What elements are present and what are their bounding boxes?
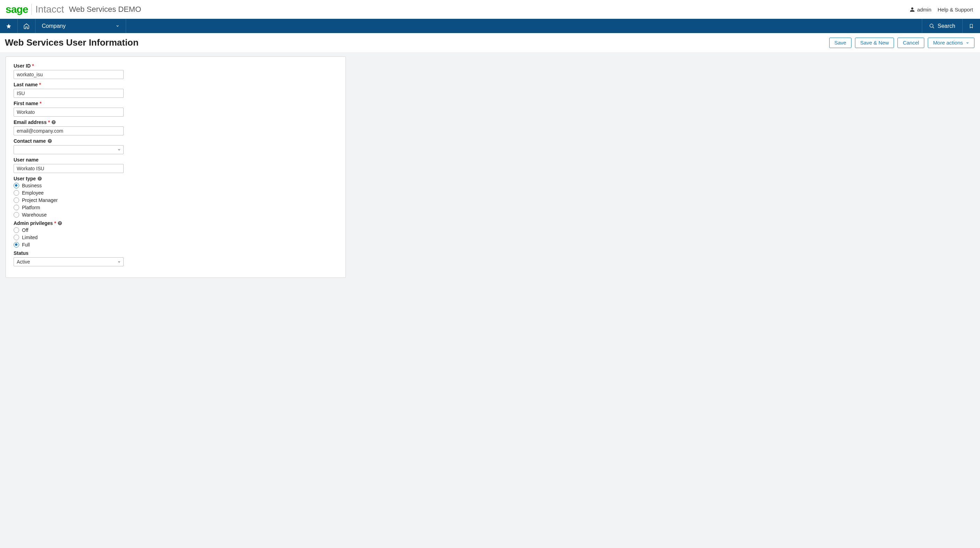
user-type-radio-label: Platform (22, 205, 40, 210)
contact-name-select-wrapper (14, 145, 124, 154)
user-id-label-row: User ID * (14, 63, 338, 68)
user-type-radio-input[interactable] (14, 212, 19, 218)
search-icon (929, 23, 935, 29)
admin-privileges-radio-label: Limited (22, 235, 38, 240)
contact-name-label: Contact name (14, 138, 46, 144)
field-contact-name: Contact name ? (14, 138, 338, 154)
admin-privileges-radio-input[interactable] (14, 235, 19, 240)
page-actions: Save Save & New Cancel More actions (829, 38, 974, 48)
page-title: Web Services User Information (5, 37, 138, 48)
help-icon[interactable]: ? (37, 176, 42, 181)
search-button[interactable]: Search (922, 19, 962, 33)
status-select[interactable]: Active (14, 257, 124, 266)
field-admin-privileges: Admin privileges * ? OffLimitedFull (14, 221, 338, 248)
user-type-radio-label: Employee (22, 190, 43, 196)
first-name-input[interactable] (14, 108, 124, 117)
admin-privileges-radio-input[interactable] (14, 227, 19, 233)
user-type-radio-option[interactable]: Warehouse (14, 212, 338, 218)
user-name-label-row: User name (14, 157, 338, 163)
module-dropdown[interactable]: Company (35, 19, 126, 33)
save-button[interactable]: Save (829, 38, 851, 48)
user-type-radio-label: Business (22, 183, 42, 188)
field-status: Status Active (14, 250, 338, 266)
admin-privileges-radio-option[interactable]: Off (14, 227, 338, 233)
user-type-radio-input[interactable] (14, 183, 19, 188)
user-type-radio-option[interactable]: Project Manager (14, 197, 338, 203)
email-input[interactable] (14, 126, 124, 135)
header-right: admin Help & Support (910, 6, 973, 13)
help-icon[interactable]: ? (47, 138, 52, 143)
field-user-type: User type ? BusinessEmployeeProject Mana… (14, 176, 338, 218)
svg-text:?: ? (59, 222, 61, 225)
user-name-label: User name (14, 157, 39, 163)
required-star: * (32, 63, 34, 68)
user-type-radio-option[interactable]: Employee (14, 190, 338, 196)
first-name-label: First name (14, 101, 38, 106)
user-menu[interactable]: admin (910, 6, 931, 13)
svg-text:?: ? (53, 121, 55, 124)
user-name-label: admin (917, 6, 931, 13)
user-type-radio-option[interactable]: Business (14, 183, 338, 188)
star-icon (6, 23, 11, 29)
chevron-down-icon (966, 41, 969, 44)
field-last-name: Last name * (14, 82, 338, 98)
user-type-radio-input[interactable] (14, 205, 19, 210)
user-type-radio-input[interactable] (14, 197, 19, 203)
admin-privileges-radio-option[interactable]: Full (14, 242, 338, 248)
home-icon (23, 23, 30, 29)
home-button[interactable] (18, 19, 35, 33)
contact-name-select[interactable] (14, 145, 124, 154)
field-email: Email address * ? (14, 119, 338, 135)
search-label: Search (937, 23, 955, 29)
user-type-radio-label: Warehouse (22, 212, 47, 218)
bookmark-icon (969, 23, 974, 29)
chevron-down-icon (116, 24, 119, 28)
required-star: * (54, 221, 56, 226)
admin-privileges-radio-option[interactable]: Limited (14, 235, 338, 240)
more-actions-label: More actions (933, 40, 963, 46)
admin-privileges-radio-input[interactable] (14, 242, 19, 248)
first-name-label-row: First name * (14, 101, 338, 106)
last-name-input[interactable] (14, 89, 124, 98)
admin-privileges-radio-label: Off (22, 227, 28, 233)
user-type-radio-group: BusinessEmployeeProject ManagerPlatformW… (14, 183, 338, 218)
field-first-name: First name * (14, 101, 338, 117)
required-star: * (40, 101, 41, 106)
user-name-input[interactable] (14, 164, 124, 173)
save-new-button[interactable]: Save & New (855, 38, 894, 48)
user-type-radio-option[interactable]: Platform (14, 205, 338, 210)
favorites-button[interactable] (0, 19, 18, 33)
help-icon[interactable]: ? (51, 120, 56, 125)
cancel-button[interactable]: Cancel (897, 38, 924, 48)
admin-privileges-radio-label: Full (22, 242, 30, 248)
user-type-label-row: User type ? (14, 176, 338, 181)
user-type-radio-input[interactable] (14, 190, 19, 196)
company-name: Web Services DEMO (69, 5, 141, 14)
user-type-radio-label: Project Manager (22, 197, 58, 203)
email-label: Email address (14, 119, 47, 125)
required-star: * (48, 119, 50, 125)
form-panel: User ID * Last name * First name * Email (6, 56, 346, 278)
app-header: sage Intacct Web Services DEMO admin Hel… (0, 0, 980, 19)
page-header: Web Services User Information Save Save … (0, 33, 980, 52)
status-select-wrapper: Active (14, 257, 124, 266)
admin-privileges-label-row: Admin privileges * ? (14, 221, 338, 226)
admin-privileges-radio-group: OffLimitedFull (14, 227, 338, 248)
bookmark-button[interactable] (962, 19, 980, 33)
user-type-label: User type (14, 176, 36, 181)
field-user-id: User ID * (14, 63, 338, 79)
last-name-label-row: Last name * (14, 82, 338, 87)
user-id-input[interactable] (14, 70, 124, 79)
logo-sage: sage (6, 3, 28, 15)
content-area: User ID * Last name * First name * Email (0, 52, 980, 548)
status-label: Status (14, 250, 29, 256)
status-label-row: Status (14, 250, 338, 256)
contact-name-label-row: Contact name ? (14, 138, 338, 144)
module-label: Company (42, 23, 65, 29)
last-name-label: Last name (14, 82, 38, 87)
required-star: * (39, 82, 41, 87)
help-support-link[interactable]: Help & Support (937, 6, 973, 13)
more-actions-button[interactable]: More actions (928, 38, 974, 48)
logo-intacct: Intacct (31, 4, 64, 15)
help-icon[interactable]: ? (57, 221, 62, 226)
